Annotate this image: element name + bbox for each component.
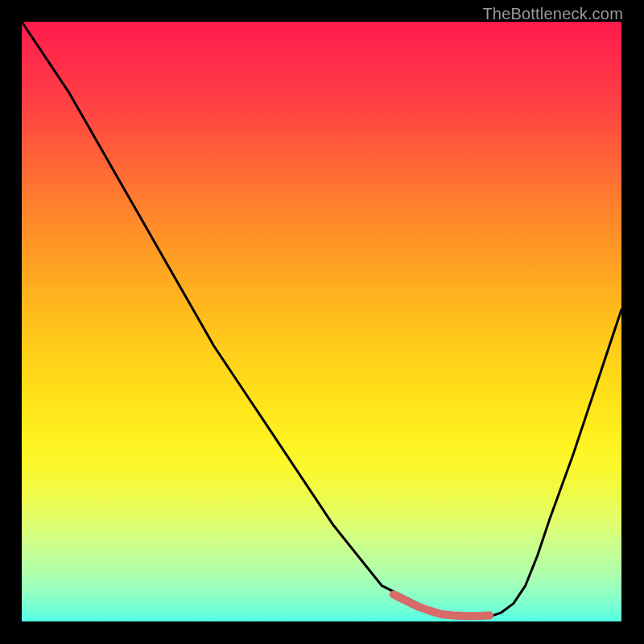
background-gradient <box>22 22 621 621</box>
plot-area <box>22 22 621 621</box>
chart-frame: TheBottleneck.com <box>0 0 644 644</box>
watermark-text: TheBottleneck.com <box>482 5 623 23</box>
